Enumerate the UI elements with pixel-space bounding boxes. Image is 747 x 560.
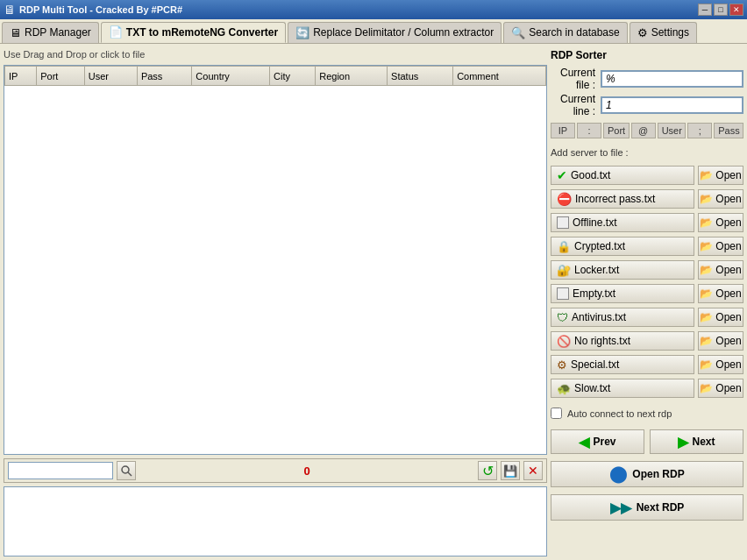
search-input[interactable] xyxy=(8,462,113,479)
locker-icon: 🔐 xyxy=(557,264,571,277)
panel-title: RDP Sorter xyxy=(551,47,743,63)
open-folder-icon-7: 📂 xyxy=(700,311,713,323)
good-txt-button[interactable]: ✔ Good.txt xyxy=(551,166,694,185)
auto-connect-label: Auto connect to next rdp xyxy=(567,408,672,419)
empty-open-button[interactable]: 📂 Open xyxy=(698,284,743,303)
norights-button[interactable]: 🚫 No rights.txt xyxy=(551,331,694,351)
sep-colon[interactable]: : xyxy=(577,123,601,138)
auto-connect-checkbox[interactable] xyxy=(551,408,562,419)
antivirus-button[interactable]: 🛡 Antivirus.txt xyxy=(551,308,694,327)
minimize-button[interactable]: ─ xyxy=(698,4,712,16)
antivirus-open-button[interactable]: 📂 Open xyxy=(698,308,743,327)
main-table-container[interactable]: IP Port User Pass Country City Region St… xyxy=(4,65,547,455)
col-status: Status xyxy=(388,67,453,86)
file-row-norights: 🚫 No rights.txt 📂 Open xyxy=(551,330,743,351)
tab-search-db[interactable]: 🔍 Search in database xyxy=(503,22,627,43)
svg-line-1 xyxy=(128,472,132,476)
offline-button[interactable]: Offline.txt xyxy=(551,213,694,232)
empty-txt-label: Empty.txt xyxy=(573,287,615,300)
incorrect-pass-button[interactable]: ⛔ Incorrect pass.txt xyxy=(551,189,694,209)
incorrect-txt-label: Incorrect pass.txt xyxy=(575,193,655,205)
tab-rdp-manager[interactable]: 🖥 RDP Manager xyxy=(2,22,99,43)
file-row-incorrect: ⛔ Incorrect pass.txt 📂 Open xyxy=(551,188,743,209)
offline-txt-label: Offline.txt xyxy=(573,216,616,229)
good-txt-label: Good.txt xyxy=(571,169,610,181)
sep-pass[interactable]: Pass xyxy=(714,123,743,138)
sep-user[interactable]: User xyxy=(658,123,687,138)
special-open-button[interactable]: 📂 Open xyxy=(698,355,743,374)
open-rdp-icon: ⬤ xyxy=(609,464,627,484)
nav-row: ◀ Prev ▶ Next xyxy=(551,429,743,454)
close-button[interactable]: ✕ xyxy=(729,4,743,16)
sep-semicolon[interactable]: ; xyxy=(687,123,712,138)
tab-replace-delimitator[interactable]: 🔄 Replace Delimitator / Column extractor xyxy=(288,22,502,43)
right-panel: RDP Sorter Current file : Current line :… xyxy=(551,47,743,556)
sep-port[interactable]: Port xyxy=(603,123,630,138)
open-label-3: Open xyxy=(715,216,741,229)
open-label-7: Open xyxy=(715,311,741,323)
file-row-crypted: 🔒 Crypted.txt 📂 Open xyxy=(551,236,743,257)
tab-txt-converter-label: TXT to mRemoteNG Converter xyxy=(126,26,278,39)
col-pass: Pass xyxy=(137,67,191,86)
empty-button[interactable]: Empty.txt xyxy=(551,284,694,303)
crypted-icon: 🔒 xyxy=(557,240,571,253)
tab-replace-label: Replace Delimitator / Column extractor xyxy=(313,26,494,39)
col-ip: IP xyxy=(5,67,37,86)
norights-open-button[interactable]: 📂 Open xyxy=(698,331,743,351)
slow-button[interactable]: 🐢 Slow.txt xyxy=(551,379,694,398)
file-row-locker: 🔐 Locker.txt 📂 Open xyxy=(551,259,743,280)
open-folder-icon-4: 📂 xyxy=(700,240,713,252)
save-button[interactable]: 💾 xyxy=(501,461,520,480)
sep-at[interactable]: @ xyxy=(631,123,656,138)
next-rdp-icon: ▶▶ xyxy=(610,500,631,516)
next-label: Next xyxy=(692,436,715,448)
open-rdp-button[interactable]: ⬤ Open RDP xyxy=(551,461,743,487)
txt-converter-icon: 📄 xyxy=(109,25,123,39)
current-file-input[interactable] xyxy=(601,70,743,88)
tab-rdp-manager-label: RDP Manager xyxy=(25,26,91,39)
clear-button[interactable]: ✕ xyxy=(523,461,543,480)
sep-ip[interactable]: IP xyxy=(551,123,575,138)
offline-open-button[interactable]: 📂 Open xyxy=(698,213,743,232)
slow-icon: 🐢 xyxy=(557,382,571,395)
prev-button[interactable]: ◀ Prev xyxy=(551,429,644,454)
current-file-row: Current file : xyxy=(551,68,743,89)
col-city: City xyxy=(270,67,316,86)
open-folder-icon-8: 📂 xyxy=(700,335,713,347)
main-table: IP Port User Pass Country City Region St… xyxy=(4,66,546,86)
open-label-10: Open xyxy=(715,382,741,394)
open-folder-icon-2: 📂 xyxy=(700,193,713,205)
maximize-button[interactable]: □ xyxy=(714,4,728,16)
app-icon: 🖥 xyxy=(4,3,16,17)
special-button[interactable]: ⚙ Special.txt xyxy=(551,355,694,374)
norights-icon: 🚫 xyxy=(557,335,571,348)
slow-open-button[interactable]: 📂 Open xyxy=(698,379,743,398)
tab-settings[interactable]: ⚙ Settings xyxy=(630,22,697,43)
tab-settings-label: Settings xyxy=(651,26,689,39)
locker-button[interactable]: 🔐 Locker.txt xyxy=(551,260,694,280)
col-comment: Comment xyxy=(453,67,546,86)
empty-icon xyxy=(557,287,569,300)
table-header-row: IP Port User Pass Country City Region St… xyxy=(5,67,546,86)
crypted-open-button[interactable]: 📂 Open xyxy=(698,237,743,256)
search-button[interactable] xyxy=(117,461,136,480)
open-label-1: Open xyxy=(715,169,741,181)
crypted-button[interactable]: 🔒 Crypted.txt xyxy=(551,237,694,256)
counter-display: 0 xyxy=(139,464,474,478)
undo-button[interactable]: ↺ xyxy=(478,461,497,480)
locker-open-button[interactable]: 📂 Open xyxy=(698,260,743,280)
next-rdp-button[interactable]: ▶▶ Next RDP xyxy=(551,494,743,521)
current-line-input[interactable] xyxy=(601,96,743,114)
bottom-toolbar: 0 ↺ 💾 ✕ xyxy=(4,458,547,483)
rdp-manager-icon: 🖥 xyxy=(10,26,21,39)
next-button[interactable]: ▶ Next xyxy=(650,429,743,454)
open-label-9: Open xyxy=(715,358,741,371)
open-folder-icon-5: 📂 xyxy=(700,264,713,276)
col-country: Country xyxy=(192,67,270,86)
log-area[interactable] xyxy=(4,486,547,556)
open-rdp-label: Open RDP xyxy=(632,468,684,480)
good-open-button[interactable]: 📂 Open xyxy=(698,166,743,185)
tab-txt-converter[interactable]: 📄 TXT to mRemoteNG Converter xyxy=(101,22,286,43)
incorrect-open-button[interactable]: 📂 Open xyxy=(698,189,743,209)
auto-connect-row: Auto connect to next rdp xyxy=(551,404,743,422)
